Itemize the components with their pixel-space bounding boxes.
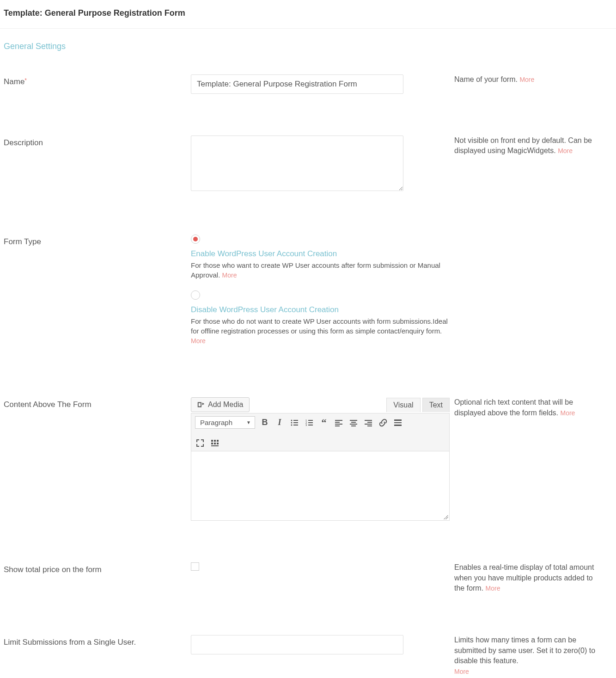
align-right-icon[interactable] [363,418,373,428]
svg-rect-7 [308,420,313,421]
description-textarea[interactable] [191,136,403,191]
svg-rect-19 [351,425,356,426]
more-link[interactable]: More [486,585,500,592]
radio-enable-desc: For those who want to create WP User acc… [191,260,450,280]
align-left-icon[interactable] [334,418,344,428]
more-link[interactable]: More [519,76,534,83]
name-input[interactable] [191,74,403,94]
svg-rect-15 [335,425,340,426]
description-label: Description [4,136,191,193]
svg-rect-5 [293,425,298,425]
svg-text:3: 3 [305,424,307,426]
show-total-label: Show total price on the form [4,562,191,593]
description-help: Not visible on front end by default. Can… [450,136,602,193]
link-icon[interactable] [378,418,388,428]
more-link[interactable]: More [222,271,237,279]
radio-enable-wp-user[interactable] [191,234,200,244]
radio-disable-desc: For those who do not want to create WP U… [191,316,450,346]
svg-rect-9 [308,422,313,423]
toolbar-toggle-icon[interactable] [210,438,220,448]
limit-input[interactable] [191,635,403,654]
svg-rect-17 [351,422,356,423]
add-media-button[interactable]: Add Media [191,397,250,412]
svg-rect-20 [365,420,372,421]
svg-rect-16 [350,420,357,421]
radio-disable-wp-user[interactable] [191,290,200,300]
format-select[interactable]: Paragraph [195,416,255,429]
editor-content-area[interactable] [191,451,450,521]
more-link[interactable]: More [560,409,575,417]
bold-icon[interactable]: B [260,418,270,428]
svg-rect-21 [367,422,372,423]
svg-point-0 [291,419,293,421]
svg-rect-31 [214,443,216,444]
svg-rect-11 [308,425,313,425]
svg-rect-12 [335,420,342,421]
svg-rect-27 [211,440,213,442]
svg-rect-29 [217,440,219,442]
svg-rect-3 [293,422,298,423]
svg-rect-25 [394,422,402,423]
bullet-list-icon[interactable] [289,418,299,428]
svg-rect-22 [365,424,372,425]
content-above-label: Content Above The Form [4,397,191,521]
svg-rect-26 [394,425,402,426]
name-label: Name* [4,74,191,94]
radio-enable-title: Enable WordPress User Account Creation [191,249,450,259]
more-link[interactable]: More [191,337,206,345]
editor-toolbar: Paragraph B I 123 “ [191,413,450,451]
align-center-icon[interactable] [348,418,359,428]
svg-point-4 [291,424,293,425]
svg-rect-13 [335,422,340,423]
media-icon [197,401,205,409]
limit-help: Limits how many times a form can be subm… [450,635,602,677]
svg-rect-30 [211,443,213,444]
form-type-label: Form Type [4,234,191,356]
svg-rect-1 [293,420,298,421]
tab-visual[interactable]: Visual [386,398,420,412]
show-total-help: Enables a real-time display of total amo… [450,562,602,593]
readmore-icon[interactable] [393,418,403,428]
radio-disable-title: Disable WordPress User Account Creation [191,305,450,314]
limit-label: Limit Submissions from a Single User. [4,635,191,677]
more-link[interactable]: More [558,147,573,154]
name-help: Name of your form. More [450,74,602,94]
italic-icon[interactable]: I [274,418,285,428]
svg-rect-18 [350,424,357,425]
svg-rect-23 [367,425,372,426]
fullscreen-icon[interactable] [195,438,205,448]
show-total-checkbox[interactable] [191,562,199,571]
page-title: Template: General Purpose Registration F… [0,0,616,29]
svg-rect-24 [394,419,402,421]
content-above-help: Optional rich text content that will be … [450,397,602,521]
section-title: General Settings [0,29,616,74]
blockquote-icon[interactable]: “ [319,418,329,428]
more-link[interactable]: More [454,668,469,675]
svg-rect-14 [335,424,342,425]
tab-text[interactable]: Text [422,398,450,412]
svg-point-2 [291,422,293,423]
svg-rect-32 [217,443,219,444]
svg-rect-33 [211,445,219,446]
numbered-list-icon[interactable]: 123 [304,418,314,428]
svg-rect-28 [214,440,216,442]
